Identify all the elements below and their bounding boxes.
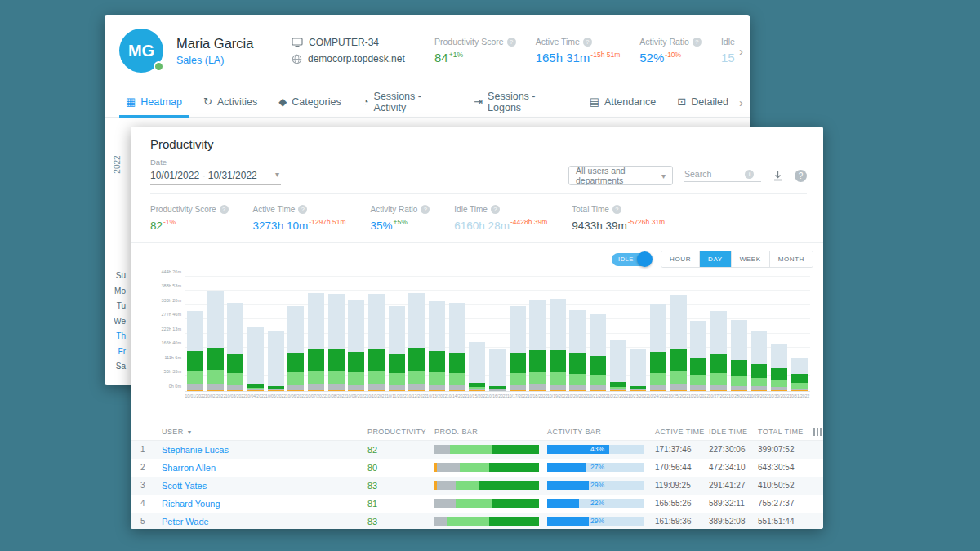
y-axis-tick-label: 166h 40m	[152, 340, 181, 345]
chart-bar[interactable]: 10/31/2022	[791, 358, 808, 391]
bar-segment-undefined	[328, 384, 345, 390]
prod-bar-cell	[434, 499, 547, 508]
dropdown-arrow-icon: ▾	[275, 170, 279, 181]
column-header-total-time[interactable]: TOTAL TIME	[758, 428, 813, 436]
stat-label: Activity Ratio?	[639, 37, 702, 47]
x-axis-date-label: 10/16/2022	[487, 393, 507, 398]
bar-segment-passive	[529, 372, 546, 384]
chart-bar[interactable]: 10/04/2022	[247, 327, 264, 391]
row-rank: 1	[140, 445, 162, 454]
tab-detailed[interactable]: ⊡Detailed	[677, 87, 728, 117]
chart-bar[interactable]: 10/03/2022	[227, 303, 243, 390]
user-link[interactable]: Stephanie Lucas	[162, 445, 368, 455]
user-link[interactable]: Scott Yates	[162, 481, 368, 491]
user-link[interactable]: Richard Young	[162, 499, 368, 509]
chart-bar[interactable]: 10/29/2022	[751, 331, 767, 390]
column-settings-icon[interactable]	[813, 428, 823, 436]
chart-bar[interactable]: 10/27/2022	[710, 311, 727, 391]
period-button-week[interactable]: WEEK	[731, 251, 769, 267]
bar-segment-passive	[569, 374, 586, 385]
user-link[interactable]: Peter Wade	[162, 517, 368, 527]
chart-bar[interactable]: 10/15/2022	[469, 342, 485, 391]
user-department-link[interactable]: Sales (LA)	[176, 55, 265, 66]
chart-bar[interactable]: 10/18/2022	[529, 300, 546, 391]
divider	[278, 29, 278, 72]
help-icon[interactable]: ?	[795, 170, 807, 182]
activity-bar-cell: 22%	[547, 499, 655, 508]
prod-bar-segment-gray	[434, 517, 447, 526]
productivity-score-cell: 83	[368, 517, 434, 527]
chart-bar[interactable]: 10/30/2022	[771, 344, 787, 391]
chart-bar[interactable]: 10/28/2022	[731, 320, 747, 391]
stat-help-icon[interactable]: ?	[298, 205, 307, 214]
bar-segment-passive	[308, 371, 324, 384]
stat-label: Idle Time?	[721, 37, 735, 47]
tabs-scroll-right-icon[interactable]: ›	[739, 95, 743, 109]
chart-bar[interactable]: 10/17/2022	[510, 306, 526, 391]
stat-help-icon[interactable]: ?	[583, 38, 592, 47]
search-info-icon[interactable]: i	[745, 170, 754, 179]
stat-help-icon[interactable]: ?	[507, 38, 516, 47]
tab-heatmap[interactable]: ▦Heatmap	[126, 87, 182, 117]
bar-segment-productive	[348, 352, 364, 372]
productivity-report-window: Productivity Date 10/01/2022 - 10/31/202…	[131, 127, 823, 529]
column-header-productivity[interactable]: PRODUCTIVITY	[368, 428, 434, 436]
chart-bar[interactable]: 10/25/2022	[670, 295, 687, 391]
activity-bar-fill	[547, 499, 579, 508]
chart-bar[interactable]: 10/07/2022	[308, 293, 324, 390]
stat-help-icon[interactable]: ?	[612, 205, 621, 214]
search-input[interactable]	[684, 169, 742, 179]
stat-help-icon[interactable]: ?	[693, 38, 702, 47]
idle-toggle[interactable]: IDLE	[612, 253, 651, 266]
chart-bar[interactable]: 10/01/2022	[187, 311, 203, 391]
chart-bar[interactable]: 10/26/2022	[690, 321, 706, 391]
chart-bar[interactable]: 10/02/2022	[207, 291, 224, 390]
period-button-hour[interactable]: HOUR	[662, 251, 699, 267]
column-header-label: ACTIVITY BAR	[547, 428, 601, 436]
bar-segment-productive	[650, 352, 666, 373]
column-header-active-time[interactable]: ACTIVE TIME	[655, 428, 709, 436]
date-range-picker[interactable]: Date 10/01/2022 - 10/31/2022 ▾	[150, 158, 289, 185]
activities-cycle-icon: ↻	[203, 96, 212, 108]
column-header-label: ACTIVE TIME	[655, 428, 705, 436]
chart-bar[interactable]: 10/23/2022	[630, 349, 646, 391]
users-filter-select[interactable]: All users and departments ▾	[568, 166, 673, 185]
chart-bar[interactable]: 10/21/2022	[590, 314, 606, 391]
tab-activities[interactable]: ↻Activities	[203, 87, 257, 117]
stats-scroll-right-icon[interactable]: ›	[739, 44, 743, 58]
chart-bar[interactable]: 10/11/2022	[389, 306, 405, 391]
chart-bar[interactable]: 10/16/2022	[489, 349, 506, 391]
tab-sessions-logons[interactable]: ⇥Sessions - Logons	[474, 87, 568, 117]
column-header-idle-time[interactable]: IDLE TIME	[709, 428, 758, 436]
computer-name: COMPUTER-34	[309, 37, 379, 48]
chart-bar[interactable]: 10/24/2022	[650, 304, 666, 390]
tab-attendance[interactable]: ▤Attendance	[590, 87, 657, 117]
chart-bar[interactable]: 10/06/2022	[287, 306, 304, 391]
column-header-prod-bar[interactable]: PROD. BAR	[434, 428, 547, 436]
period-button-month[interactable]: MONTH	[769, 251, 813, 267]
download-icon[interactable]	[773, 171, 783, 181]
chart-bar[interactable]: 10/20/2022	[569, 310, 586, 391]
activity-bar-fill	[547, 481, 589, 490]
stat-help-icon[interactable]: ?	[421, 205, 430, 214]
chart-bar[interactable]: 10/05/2022	[268, 331, 284, 391]
bar-segment-idle	[429, 301, 445, 351]
chart-bar[interactable]: 10/09/2022	[348, 300, 364, 391]
y-axis-tick-label: 277h 46m	[152, 312, 181, 317]
chart-bar[interactable]: 10/10/2022	[368, 294, 385, 390]
stat-help-icon[interactable]: ?	[491, 205, 500, 214]
tab-sessions-activity[interactable]: ◔Sessions - Activity	[363, 87, 452, 117]
period-button-day[interactable]: DAY	[699, 251, 731, 267]
tab-categories[interactable]: ◆Categories	[278, 87, 341, 117]
column-header-user[interactable]: USER▼	[162, 428, 368, 436]
column-header-activity-bar[interactable]: ACTIVITY BAR	[547, 428, 655, 436]
total-time-cell: 643:30:54	[758, 463, 813, 472]
chart-bar[interactable]: 10/14/2022	[449, 303, 466, 390]
chart-bar[interactable]: 10/13/2022	[429, 301, 445, 391]
chart-bar[interactable]: 10/19/2022	[550, 299, 566, 390]
chart-bar[interactable]: 10/22/2022	[610, 340, 626, 390]
user-link[interactable]: Sharron Allen	[162, 463, 368, 473]
chart-bar[interactable]: 10/12/2022	[408, 293, 425, 390]
chart-bar[interactable]: 10/08/2022	[328, 294, 345, 390]
stat-help-icon[interactable]: ?	[220, 205, 229, 214]
